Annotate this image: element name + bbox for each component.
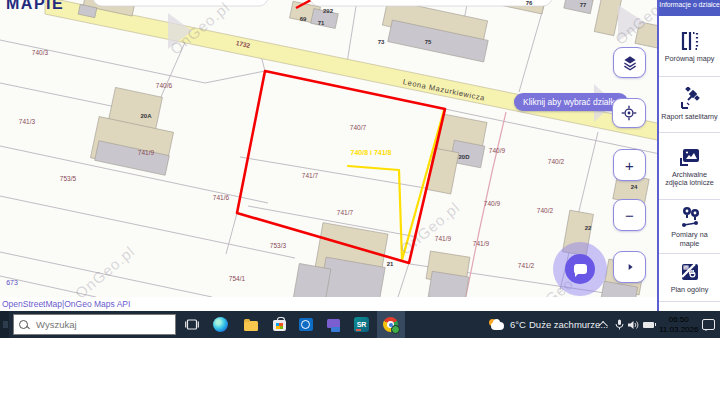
sidebar-item-label: Raport satelitarny <box>661 113 717 122</box>
expand-arrow-icon <box>623 260 637 274</box>
microphone-tray-icon[interactable] <box>615 311 624 338</box>
sidebar-item-label: Pomiary na mapie <box>661 231 718 248</box>
task-view-icon <box>185 318 199 331</box>
map-pins-icon <box>678 205 702 229</box>
chat-widget-core[interactable] <box>565 254 595 284</box>
expand-button[interactable] <box>613 251 646 283</box>
logo[interactable]: MAPIE <box>6 0 64 13</box>
top-bar-fragment-left <box>93 0 268 6</box>
layers-icon <box>621 54 639 72</box>
sidebar-item-pomiary[interactable]: Pomiary na mapie <box>659 200 720 254</box>
compare-maps-icon <box>678 29 702 53</box>
locate-icon <box>620 104 638 122</box>
sr-glyph: SR <box>354 317 369 332</box>
start-button[interactable] <box>0 311 9 338</box>
map-viewport[interactable]: MAPIE 1732740/3740/6741/3741/9753/5741/6… <box>0 0 720 311</box>
weather-desc[interactable]: Duże zachmurze... <box>529 311 608 338</box>
map-attribution[interactable]: OpenStreetMap|OnGeo Maps API <box>0 297 657 311</box>
svg-text:50: 50 <box>684 266 688 270</box>
general-plan-icon: 50 56 <box>678 260 702 284</box>
task-view-button[interactable] <box>183 316 200 333</box>
volume-tray-icon[interactable] <box>628 311 639 338</box>
edge-logo <box>213 317 228 332</box>
microphone-icon <box>615 319 624 330</box>
zoom-out-button[interactable]: − <box>613 199 646 231</box>
sidebar-item-label: Plan ogólny <box>671 286 709 295</box>
taskbar: SR 6°C Duże zachmurze... <box>0 311 720 338</box>
zoom-in-button[interactable]: + <box>613 149 646 181</box>
chat-widget[interactable] <box>553 242 607 296</box>
battery-icon <box>643 322 654 328</box>
speaker-icon <box>628 320 639 330</box>
locate-button[interactable] <box>612 98 646 128</box>
satellite-icon <box>678 87 702 111</box>
clock-time: 06:50 <box>659 315 698 325</box>
store-bag-glyph <box>273 320 286 331</box>
sidebar-item-raport-satelitarny[interactable]: Raport satelitarny <box>659 77 720 133</box>
layers-button[interactable] <box>613 47 646 78</box>
chrome-profile-badge <box>391 325 400 334</box>
top-bar-fragment-right <box>310 0 552 6</box>
clock[interactable]: 06:50 11.03.2026 <box>659 311 698 338</box>
chat-bubble-icon <box>574 264 587 274</box>
outlook-icon[interactable] <box>297 316 314 333</box>
sidebar: Informacje o działce Porównaj mapy Rapor… <box>657 0 720 311</box>
store-icon[interactable] <box>271 316 288 333</box>
tray-chevron[interactable] <box>601 311 608 338</box>
battery-tray-icon[interactable] <box>643 311 654 338</box>
remote-desktop-icon[interactable] <box>325 316 342 333</box>
sidebar-item-label: Archiwalne zdjęcia lotnicze <box>661 171 718 188</box>
weather-widget[interactable] <box>489 311 505 338</box>
weather-temp[interactable]: 6°C <box>510 311 526 338</box>
sidebar-item-archiwalne-zdjecia[interactable]: Archiwalne zdjęcia lotnicze <box>659 133 720 200</box>
file-explorer-icon[interactable] <box>242 316 259 333</box>
sidebar-item-plan-ogolny[interactable]: 50 56 Plan ogólny <box>659 254 720 302</box>
clock-date: 11.03.2026 <box>659 325 698 335</box>
chrome-icon[interactable] <box>382 316 399 333</box>
map-canvas[interactable] <box>0 0 720 311</box>
zoom-out-label: − <box>625 208 634 223</box>
weather-icon <box>489 319 505 331</box>
notification-icon <box>702 319 715 330</box>
sidebar-item-informacje[interactable]: Informacje o działce <box>659 0 720 16</box>
search-input[interactable] <box>13 314 176 335</box>
svg-text:56: 56 <box>689 271 693 275</box>
aerial-photo-icon <box>678 145 702 169</box>
screen: MAPIE 1732740/3740/6741/3741/9753/5741/6… <box>0 0 720 420</box>
outlook-glyph <box>299 318 313 331</box>
chrome-logo <box>383 317 398 332</box>
folder-glyph <box>244 321 258 331</box>
sr-app-icon[interactable]: SR <box>353 316 370 333</box>
edge-icon[interactable] <box>212 316 229 333</box>
remote-glyph <box>327 319 340 328</box>
notification-center-button[interactable] <box>702 311 715 338</box>
zoom-in-label: + <box>625 158 634 173</box>
sidebar-item-porownaj-mapy[interactable]: Porównaj mapy <box>659 16 720 77</box>
sidebar-item-label: Porównaj mapy <box>665 55 715 64</box>
search-icon <box>19 320 28 329</box>
